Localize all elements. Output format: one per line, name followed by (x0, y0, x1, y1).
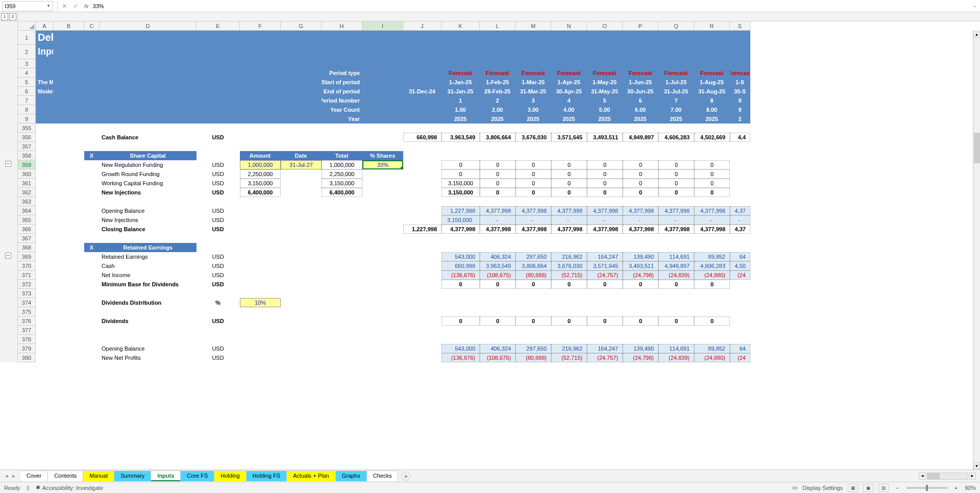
cell-I358[interactable]: % Shares (362, 151, 403, 160)
cell-Q357[interactable] (658, 142, 694, 151)
cell-N7[interactable]: 4 (551, 96, 587, 105)
row-header-362[interactable]: 362 (18, 188, 36, 197)
cell-N2[interactable] (551, 45, 587, 59)
cell-D1[interactable] (100, 31, 197, 45)
cell-J7[interactable] (403, 96, 442, 105)
column-header-A[interactable]: A (36, 21, 54, 30)
cell-E372[interactable]: USD (197, 280, 240, 289)
row-header-375[interactable]: 375 (18, 307, 36, 316)
cell-N375[interactable] (551, 307, 587, 316)
cell-S356[interactable]: 4,4 (730, 133, 750, 142)
cell-J373[interactable] (403, 289, 442, 298)
cell-J364[interactable] (403, 206, 442, 215)
cell-B367[interactable] (54, 234, 84, 243)
cell-C368[interactable]: X (84, 243, 100, 252)
cell-C355[interactable] (84, 124, 100, 133)
cell-L8[interactable]: 2.00 (480, 105, 516, 114)
cell-I7[interactable] (362, 96, 403, 105)
cell-D361[interactable]: Working Capital Funding (100, 179, 197, 188)
cell-M5[interactable]: 1-Mar-25 (516, 78, 551, 87)
row-header-7[interactable]: 7 (18, 96, 36, 105)
cell-L7[interactable]: 2 (480, 96, 516, 105)
cell-D8[interactable] (100, 105, 197, 114)
cell-E378[interactable] (197, 335, 240, 344)
cell-J8[interactable] (403, 105, 442, 114)
cell-M362[interactable]: 0 (516, 188, 551, 197)
cell-A355[interactable] (36, 124, 54, 133)
cell-K6[interactable]: 31-Jan-25 (442, 87, 480, 96)
cell-J377[interactable] (403, 326, 442, 335)
cell-G8[interactable] (281, 105, 322, 114)
cell-B361[interactable] (54, 179, 84, 188)
cell-L366[interactable]: 4,377,998 (480, 225, 516, 234)
cell-G369[interactable] (281, 252, 322, 261)
cell-B9[interactable] (54, 114, 84, 124)
cell-E364[interactable]: USD (197, 206, 240, 215)
cell-S366[interactable]: 4,37 (730, 225, 750, 234)
cell-N372[interactable]: 0 (551, 280, 587, 289)
cell-C374[interactable] (84, 298, 100, 307)
cell-N369[interactable]: 216,962 (551, 252, 587, 261)
cell-L367[interactable] (480, 234, 516, 243)
cell-M372[interactable]: 0 (516, 280, 551, 289)
cell-P357[interactable] (623, 142, 658, 151)
cell-G376[interactable] (281, 316, 322, 326)
cell-B8[interactable] (54, 105, 84, 114)
cell-D365[interactable]: New Injections (100, 215, 197, 225)
cell-K2[interactable] (442, 45, 480, 59)
outline-collapse-icon[interactable]: − (5, 161, 11, 167)
cell-H379[interactable] (322, 344, 362, 353)
cell-P363[interactable] (623, 197, 658, 206)
cell-S361[interactable] (730, 179, 750, 188)
cell-M365[interactable]: - (516, 215, 551, 225)
cell-I364[interactable] (362, 206, 403, 215)
column-header-L[interactable]: L (480, 21, 516, 30)
cell-G371[interactable] (281, 270, 322, 280)
cell-I355[interactable] (362, 124, 403, 133)
sheet-tab-holding-fs[interactable]: Holding FS (247, 471, 287, 481)
cell-O364[interactable]: 4,377,998 (587, 206, 623, 215)
cell-I4[interactable] (362, 68, 403, 78)
cell-A362[interactable] (36, 188, 54, 197)
cell-R367[interactable] (694, 234, 730, 243)
formula-input[interactable] (89, 3, 970, 9)
cell-D2[interactable] (100, 45, 197, 59)
cell-N361[interactable]: 0 (551, 179, 587, 188)
cell-H358[interactable]: Total (322, 151, 362, 160)
cell-H6[interactable]: End of period (322, 87, 362, 96)
cell-H5[interactable]: Start of period (322, 78, 362, 87)
cell-I3[interactable] (362, 59, 403, 68)
row-header-357[interactable]: 357 (18, 142, 36, 151)
cell-N377[interactable] (551, 326, 587, 335)
cell-G367[interactable] (281, 234, 322, 243)
cell-H4[interactable]: Period type (322, 68, 362, 78)
cell-O370[interactable]: 3,571,645 (587, 261, 623, 270)
cell-L1[interactable] (480, 31, 516, 45)
cell-O363[interactable] (587, 197, 623, 206)
cell-M368[interactable] (516, 243, 551, 252)
cell-O359[interactable]: 0 (587, 160, 623, 169)
cell-K358[interactable] (442, 151, 480, 160)
zoom-in-button[interactable]: + (952, 485, 960, 491)
sheet-tab-holding[interactable]: Holding (214, 471, 246, 481)
cell-B369[interactable] (54, 252, 84, 261)
cell-A372[interactable] (36, 280, 54, 289)
cell-N3[interactable] (551, 59, 587, 68)
cell-C378[interactable] (84, 335, 100, 344)
cell-C358[interactable]: X (84, 151, 100, 160)
sheet-tab-actuals-plan[interactable]: Actuals + Plan (287, 471, 336, 481)
cell-R371[interactable]: (24,880) (694, 270, 730, 280)
cell-K356[interactable]: 3,963,549 (442, 133, 480, 142)
cell-I363[interactable] (362, 197, 403, 206)
cell-K369[interactable]: 543,000 (442, 252, 480, 261)
cell-G2[interactable] (281, 45, 322, 59)
cell-I373[interactable] (362, 289, 403, 298)
cell-R372[interactable]: 0 (694, 280, 730, 289)
cell-A6[interactable]: Model Checks are OK (36, 87, 54, 96)
cell-P369[interactable]: 139,490 (623, 252, 658, 261)
cell-L356[interactable]: 3,806,664 (480, 133, 516, 142)
cell-H369[interactable] (322, 252, 362, 261)
cell-K377[interactable] (442, 326, 480, 335)
cell-I371[interactable] (362, 270, 403, 280)
cell-S369[interactable]: 64 (730, 252, 750, 261)
